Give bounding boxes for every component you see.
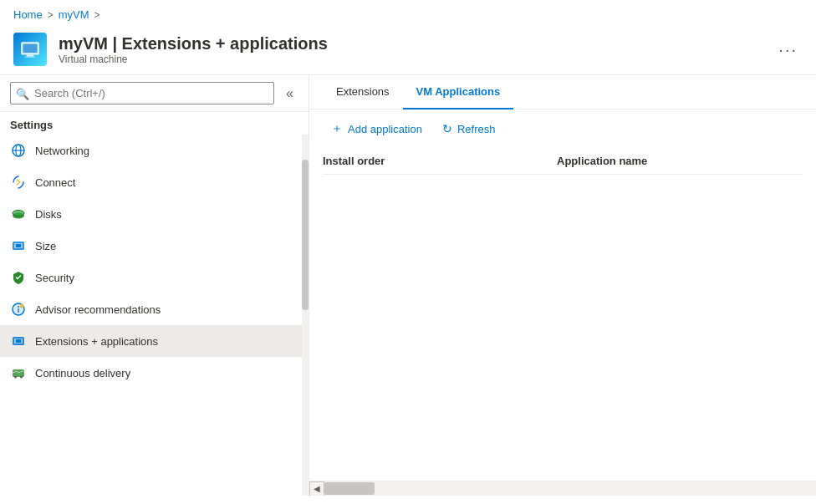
refresh-label: Refresh — [457, 123, 496, 135]
svg-rect-1 — [23, 44, 37, 53]
sidebar-item-size[interactable]: Size — [0, 230, 309, 262]
toolbar: ＋ Add application ↻ Refresh — [309, 109, 816, 148]
breadcrumb-sep2: > — [94, 9, 100, 21]
content-area: Extensions VM Applications ＋ Add applica… — [309, 75, 816, 496]
extensions-icon — [10, 333, 27, 349]
horizontal-scrollbar: ◀ — [309, 481, 816, 496]
search-input[interactable] — [10, 82, 274, 104]
sidebar-item-networking[interactable]: Networking — [0, 135, 309, 166]
tab-vm-applications[interactable]: VM Applications — [403, 75, 514, 109]
table-area: Install order Application name — [309, 148, 816, 481]
sidebar-item-size-label: Size — [35, 240, 56, 252]
page-title: myVM | Extensions + applications — [59, 33, 762, 53]
size-icon — [10, 237, 27, 254]
sidebar-item-extensions[interactable]: Extensions + applications — [0, 325, 309, 357]
sidebar-item-connect[interactable]: Connect — [0, 166, 309, 198]
sidebar-item-advisor-label: Advisor recommendations — [35, 303, 161, 316]
search-wrapper: 🔍 — [10, 82, 274, 104]
add-application-button[interactable]: ＋ Add application — [323, 116, 431, 141]
svg-rect-2 — [27, 55, 34, 57]
col-app-name: Application name — [557, 155, 803, 167]
scrollbar-thumb[interactable] — [324, 482, 375, 495]
breadcrumb-home[interactable]: Home — [13, 8, 43, 21]
search-icon: 🔍 — [16, 87, 29, 99]
svg-point-17 — [20, 304, 24, 308]
breadcrumb-sep1: > — [48, 9, 54, 21]
tab-extensions[interactable]: Extensions — [323, 75, 403, 109]
tabs: Extensions VM Applications — [309, 75, 816, 109]
advisor-icon — [10, 301, 27, 318]
sidebar-item-security[interactable]: Security — [0, 262, 309, 293]
svg-point-22 — [14, 376, 17, 379]
sidebar-item-delivery[interactable]: Continuous delivery — [0, 357, 309, 389]
add-application-label: Add application — [348, 123, 422, 135]
sidebar-item-disks[interactable]: Disks — [0, 198, 309, 230]
sidebar-item-connect-label: Connect — [35, 176, 75, 189]
svg-rect-20 — [16, 339, 21, 343]
sidebar-scrollbar-thumb[interactable] — [302, 160, 309, 310]
header-text: myVM | Extensions + applications Virtual… — [59, 33, 762, 65]
col-install-order: Install order — [323, 155, 557, 167]
page-header: myVM | Extensions + applications Virtual… — [0, 26, 816, 75]
delivery-icon — [10, 364, 27, 381]
sidebar-scrollbar — [302, 135, 309, 496]
networking-icon — [10, 142, 27, 159]
connect-icon — [10, 174, 27, 191]
sidebar-search-area: 🔍 « — [0, 75, 309, 112]
scrollbar-track — [324, 481, 816, 496]
breadcrumb-vm[interactable]: myVM — [59, 8, 89, 21]
sidebar-item-advisor[interactable]: Advisor recommendations — [0, 293, 309, 325]
svg-rect-12 — [16, 244, 21, 247]
page-subtitle: Virtual machine — [59, 53, 762, 65]
svg-point-23 — [20, 376, 23, 379]
collapse-button[interactable]: « — [281, 83, 298, 104]
security-icon — [10, 269, 27, 286]
main-layout: 🔍 « Settings Networking — [0, 75, 816, 496]
svg-rect-16 — [18, 308, 19, 313]
more-options-button[interactable]: ··· — [773, 40, 803, 59]
add-icon: ＋ — [331, 121, 343, 136]
sidebar-item-disks-label: Disks — [35, 208, 62, 221]
sidebar: 🔍 « Settings Networking — [0, 75, 309, 496]
refresh-button[interactable]: ↻ Refresh — [434, 117, 504, 140]
sidebar-item-delivery-label: Continuous delivery — [35, 367, 130, 379]
sidebar-nav: Networking Connect — [0, 135, 309, 496]
scroll-left-button[interactable]: ◀ — [309, 481, 324, 496]
disks-icon — [10, 206, 27, 222]
sidebar-item-networking-label: Networking — [35, 145, 89, 157]
sidebar-item-extensions-label: Extensions + applications — [35, 335, 158, 348]
vm-icon — [13, 33, 47, 66]
svg-point-15 — [18, 306, 19, 308]
sidebar-item-security-label: Security — [35, 272, 74, 284]
refresh-icon: ↻ — [442, 122, 452, 135]
svg-rect-3 — [25, 57, 36, 58]
table-header: Install order Application name — [323, 148, 803, 175]
sidebar-section-settings: Settings — [0, 112, 309, 135]
breadcrumb: Home > myVM > — [0, 0, 816, 26]
